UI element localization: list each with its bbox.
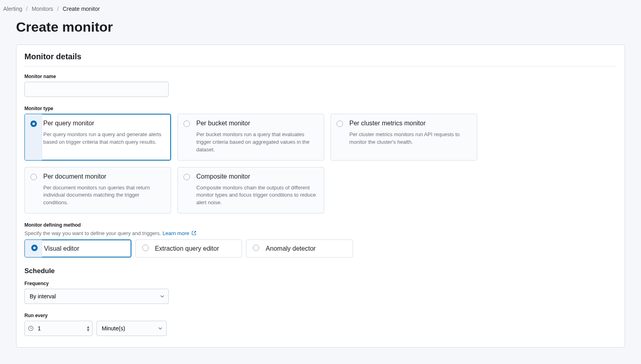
stepper-icon[interactable]: ▴▾ (87, 325, 89, 332)
external-link-icon (191, 231, 196, 235)
interval-unit-select[interactable] (97, 321, 167, 336)
radio-icon (183, 121, 190, 127)
card-title: Per bucket monitor (196, 120, 317, 127)
radio-icon (30, 174, 37, 180)
radio-icon (142, 245, 149, 251)
card-description: Per bucket monitors run a query that eva… (196, 131, 317, 154)
monitor-type-per-document[interactable]: Per document monitor Per document monito… (24, 167, 171, 214)
method-visual-editor[interactable]: Visual editor (24, 239, 131, 257)
radio-icon (253, 245, 259, 251)
frequency-label: Frequency (24, 281, 617, 286)
method-anomaly-detector[interactable]: Anomaly detector (246, 239, 353, 257)
section-title: Monitor details (24, 52, 617, 61)
run-every-label: Run every (24, 313, 617, 318)
learn-more-link[interactable]: Learn more (163, 230, 196, 236)
breadcrumb-link-monitors[interactable]: Monitors (32, 6, 53, 12)
interval-value-input[interactable] (24, 321, 93, 336)
monitor-type-per-cluster-metrics[interactable]: Per cluster metrics monitor Per cluster … (331, 114, 477, 161)
clock-icon (28, 326, 34, 331)
breadcrumb-separator: / (26, 6, 28, 12)
method-label: Anomaly detector (266, 245, 316, 252)
radio-icon (183, 174, 190, 180)
monitor-name-label: Monitor name (24, 74, 617, 79)
monitor-type-label: Monitor type (24, 106, 617, 111)
method-label: Visual editor (44, 245, 79, 252)
monitor-type-per-bucket[interactable]: Per bucket monitor Per bucket monitors r… (177, 114, 324, 161)
monitor-details-panel: Monitor details Monitor name Monitor typ… (16, 44, 625, 348)
card-description: Per cluster metrics monitors run API req… (349, 131, 470, 146)
card-title: Composite monitor (196, 173, 317, 180)
card-description: Composite monitors chain the outputs of … (196, 184, 317, 207)
monitor-name-input[interactable] (24, 82, 169, 97)
frequency-select[interactable] (24, 289, 169, 304)
card-title: Per query monitor (43, 120, 164, 127)
divider (24, 66, 617, 66)
defining-method-label: Monitor defining method (24, 222, 617, 228)
page-title: Create monitor (16, 19, 638, 35)
card-description: Per document monitors run queries that r… (43, 184, 164, 207)
monitor-type-composite[interactable]: Composite monitor Composite monitors cha… (177, 167, 324, 214)
card-title: Per cluster metrics monitor (349, 120, 470, 127)
defining-method-help: Specify the way you want to define your … (24, 230, 617, 236)
radio-icon (31, 245, 38, 251)
card-description: Per query monitors run a query and gener… (43, 131, 164, 146)
radio-icon (30, 121, 37, 127)
breadcrumb: Alerting / Monitors / Create monitor (3, 4, 638, 15)
breadcrumb-current: Create monitor (63, 6, 100, 12)
monitor-type-per-query[interactable]: Per query monitor Per query monitors run… (24, 114, 171, 161)
schedule-title: Schedule (24, 267, 617, 275)
breadcrumb-separator: / (57, 6, 59, 12)
method-label: Extraction query editor (155, 245, 219, 252)
card-title: Per document monitor (43, 173, 164, 180)
method-extraction-query[interactable]: Extraction query editor (135, 239, 242, 257)
radio-icon (337, 121, 343, 127)
breadcrumb-link-alerting[interactable]: Alerting (3, 6, 22, 12)
